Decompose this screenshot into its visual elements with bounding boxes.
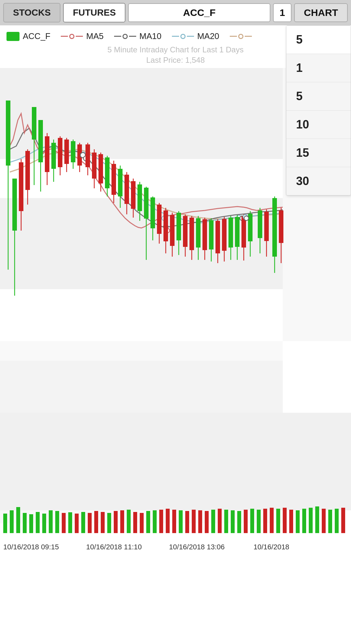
dropdown-item-30[interactable]: 30 bbox=[286, 167, 351, 195]
svg-rect-137 bbox=[231, 510, 235, 533]
ma10-legend-label: MA10 bbox=[139, 31, 162, 41]
legend-ma5: MA5 bbox=[61, 31, 103, 41]
svg-rect-88 bbox=[241, 216, 246, 248]
legend-symbol: ACC_F bbox=[6, 31, 50, 41]
svg-rect-101 bbox=[0, 361, 283, 426]
svg-rect-96 bbox=[272, 198, 277, 257]
svg-rect-123 bbox=[140, 513, 144, 533]
svg-rect-82 bbox=[228, 218, 233, 248]
symbol-legend-label: ACC_F bbox=[23, 31, 50, 41]
header: STOCKS FUTURES ACC_F 1 CHART bbox=[0, 0, 351, 25]
svg-rect-136 bbox=[224, 510, 228, 533]
svg-rect-114 bbox=[81, 512, 85, 533]
svg-rect-142 bbox=[263, 509, 267, 533]
svg-rect-92 bbox=[258, 210, 262, 238]
dropdown-item-5-bottom[interactable]: 5 bbox=[286, 82, 351, 111]
svg-rect-141 bbox=[257, 510, 261, 533]
svg-rect-86 bbox=[235, 217, 240, 247]
svg-rect-144 bbox=[276, 509, 280, 533]
svg-rect-145 bbox=[283, 508, 287, 533]
svg-rect-41 bbox=[105, 157, 110, 188]
svg-rect-11 bbox=[12, 179, 17, 231]
svg-rect-78 bbox=[215, 221, 220, 253]
chart-area: ACC_F MA5 MA10 MA20 bbox=[0, 25, 351, 644]
svg-rect-140 bbox=[250, 509, 254, 533]
svg-rect-49 bbox=[131, 181, 136, 209]
svg-rect-108 bbox=[42, 514, 46, 533]
ma5-legend-label: MA5 bbox=[86, 31, 103, 41]
svg-rect-143 bbox=[270, 508, 274, 533]
svg-rect-147 bbox=[296, 510, 300, 533]
svg-rect-132 bbox=[198, 510, 202, 533]
svg-rect-70 bbox=[189, 218, 194, 250]
svg-rect-115 bbox=[88, 513, 92, 533]
dropdown-item-1[interactable]: 1 bbox=[286, 54, 351, 82]
svg-rect-7 bbox=[0, 413, 351, 510]
stocks-button[interactable]: STOCKS bbox=[3, 3, 60, 22]
svg-rect-129 bbox=[179, 510, 183, 533]
svg-rect-3 bbox=[0, 289, 283, 341]
svg-rect-103 bbox=[10, 510, 14, 533]
dropdown-item-15[interactable]: 15 bbox=[286, 139, 351, 167]
svg-rect-64 bbox=[170, 215, 175, 246]
svg-rect-107 bbox=[36, 512, 40, 533]
svg-rect-37 bbox=[92, 153, 97, 179]
svg-rect-118 bbox=[107, 513, 111, 533]
svg-rect-104 bbox=[16, 507, 20, 533]
svg-rect-98 bbox=[279, 210, 283, 243]
chart-button[interactable]: CHART bbox=[294, 3, 348, 22]
svg-rect-151 bbox=[322, 509, 326, 533]
svg-rect-45 bbox=[118, 169, 123, 196]
symbol-display: ACC_F bbox=[128, 3, 270, 22]
svg-rect-126 bbox=[159, 510, 163, 533]
svg-text:10/16/2018 13:06: 10/16/2018 13:06 bbox=[169, 543, 225, 551]
svg-rect-124 bbox=[146, 511, 150, 533]
svg-rect-55 bbox=[150, 197, 155, 228]
svg-rect-13 bbox=[19, 162, 23, 211]
legend-ma50 bbox=[230, 34, 252, 39]
svg-text:10/16/2018: 10/16/2018 bbox=[254, 543, 289, 551]
dropdown-item-5-top[interactable]: 5 bbox=[286, 26, 351, 54]
svg-rect-47 bbox=[124, 175, 129, 204]
svg-rect-27 bbox=[64, 140, 69, 164]
svg-rect-51 bbox=[137, 184, 142, 211]
svg-rect-113 bbox=[75, 514, 79, 533]
svg-rect-111 bbox=[62, 513, 66, 533]
svg-rect-72 bbox=[196, 218, 201, 248]
svg-rect-105 bbox=[23, 513, 27, 533]
svg-rect-110 bbox=[55, 511, 59, 533]
dropdown-item-10[interactable]: 10 bbox=[286, 111, 351, 139]
svg-rect-112 bbox=[68, 512, 72, 533]
svg-text:10/16/2018 09:15: 10/16/2018 09:15 bbox=[3, 543, 59, 551]
svg-rect-21 bbox=[45, 136, 49, 172]
svg-rect-109 bbox=[49, 510, 53, 533]
svg-rect-116 bbox=[94, 511, 98, 533]
svg-text:10/16/2018 11:10: 10/16/2018 11:10 bbox=[86, 543, 142, 551]
svg-rect-148 bbox=[302, 509, 306, 533]
svg-rect-39 bbox=[98, 154, 103, 183]
svg-rect-23 bbox=[51, 143, 56, 169]
legend-ma10: MA10 bbox=[114, 31, 162, 41]
svg-rect-9 bbox=[6, 101, 10, 166]
svg-rect-15 bbox=[25, 151, 30, 190]
svg-rect-68 bbox=[183, 216, 188, 247]
svg-rect-153 bbox=[335, 509, 339, 533]
svg-rect-154 bbox=[341, 508, 345, 533]
svg-rect-17 bbox=[32, 107, 36, 140]
svg-rect-106 bbox=[29, 514, 33, 533]
svg-rect-62 bbox=[163, 210, 168, 241]
period-number: 1 bbox=[273, 3, 292, 22]
svg-rect-131 bbox=[192, 510, 196, 533]
svg-rect-57 bbox=[157, 205, 162, 234]
svg-rect-135 bbox=[218, 509, 222, 533]
svg-rect-66 bbox=[176, 213, 181, 240]
futures-button[interactable]: FUTURES bbox=[63, 3, 125, 22]
svg-rect-138 bbox=[237, 511, 241, 533]
svg-rect-152 bbox=[328, 510, 332, 533]
interval-dropdown: 5 1 5 10 15 30 bbox=[286, 25, 351, 195]
svg-rect-35 bbox=[85, 144, 90, 167]
svg-rect-43 bbox=[111, 164, 116, 195]
svg-rect-122 bbox=[133, 512, 137, 533]
svg-rect-130 bbox=[185, 511, 189, 533]
svg-rect-53 bbox=[144, 188, 149, 219]
